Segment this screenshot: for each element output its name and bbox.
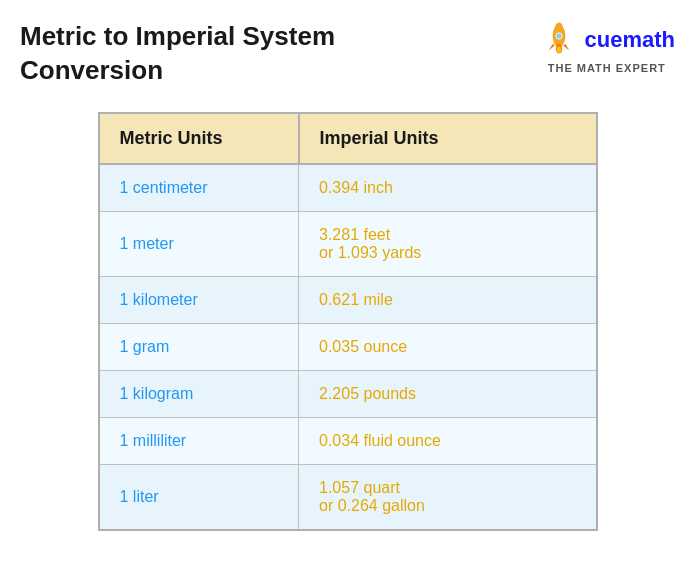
table-row: 1 kilometer0.621 mile: [99, 276, 597, 323]
svg-point-6: [557, 46, 561, 52]
metric-cell: 1 kilometer: [99, 276, 299, 323]
imperial-cell: 1.057 quart or 0.264 gallon: [299, 464, 597, 530]
col-header-metric: Metric Units: [99, 113, 299, 164]
conversion-table-wrapper: Metric Units Imperial Units 1 centimeter…: [20, 112, 675, 531]
imperial-cell: 2.205 pounds: [299, 370, 597, 417]
rocket-icon: [539, 20, 579, 60]
imperial-cell: 0.394 inch: [299, 164, 597, 212]
metric-cell: 1 liter: [99, 464, 299, 530]
metric-cell: 1 milliliter: [99, 417, 299, 464]
svg-marker-4: [563, 44, 569, 50]
svg-marker-3: [548, 44, 554, 50]
metric-cell: 1 kilogram: [99, 370, 299, 417]
metric-cell: 1 gram: [99, 323, 299, 370]
page-header: Metric to Imperial System Conversion cue…: [20, 20, 675, 88]
imperial-cell: 3.281 feet or 1.093 yards: [299, 211, 597, 276]
imperial-cell: 0.035 ounce: [299, 323, 597, 370]
imperial-cell: 0.621 mile: [299, 276, 597, 323]
svg-point-1: [555, 22, 563, 33]
table-row: 1 centimeter0.394 inch: [99, 164, 597, 212]
metric-cell: 1 centimeter: [99, 164, 299, 212]
svg-point-2: [555, 33, 561, 39]
metric-cell: 1 meter: [99, 211, 299, 276]
brand-logo: cuemath THE MATH EXPERT: [539, 20, 675, 74]
table-row: 1 kilogram2.205 pounds: [99, 370, 597, 417]
page-title: Metric to Imperial System Conversion: [20, 20, 335, 88]
table-row: 1 milliliter0.034 fluid ounce: [99, 417, 597, 464]
conversion-table: Metric Units Imperial Units 1 centimeter…: [98, 112, 598, 531]
col-header-imperial: Imperial Units: [299, 113, 597, 164]
table-row: 1 gram0.035 ounce: [99, 323, 597, 370]
table-row: 1 liter1.057 quart or 0.264 gallon: [99, 464, 597, 530]
imperial-cell: 0.034 fluid ounce: [299, 417, 597, 464]
brand-name: cuemath: [585, 27, 675, 53]
brand-tagline: THE MATH EXPERT: [548, 62, 666, 74]
table-row: 1 meter3.281 feet or 1.093 yards: [99, 211, 597, 276]
